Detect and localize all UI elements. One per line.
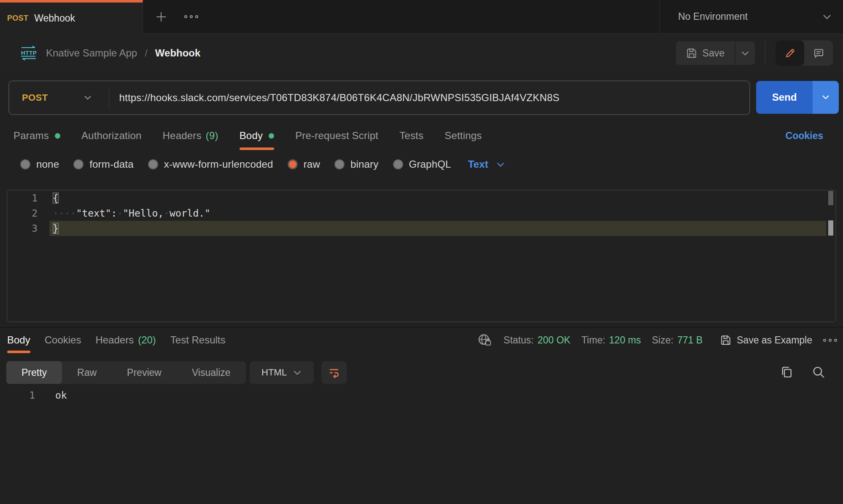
request-body-editor[interactable]: 1 { 2 ····"text":·"Hello,·world." 3 } xyxy=(7,190,836,322)
response-view-switcher: Pretty Raw Preview Visualize xyxy=(6,361,246,384)
response-text: ok xyxy=(35,388,67,403)
chevron-down-icon[interactable] xyxy=(83,95,93,101)
search-icon xyxy=(811,365,826,379)
tab-label: Settings xyxy=(444,130,482,142)
response-body[interactable]: 1 ok xyxy=(0,388,67,403)
radio-circle xyxy=(73,159,83,169)
method-selector[interactable]: POST xyxy=(9,92,48,103)
postman-app: POST Webhook No Environment HTTP Knative… xyxy=(0,0,843,504)
tab-strip xyxy=(143,0,659,34)
request-tabs: Params Authorization Headers (9) Body Pr… xyxy=(0,121,843,150)
tab-label: Params xyxy=(13,130,49,142)
request-tab-webhook[interactable]: POST Webhook xyxy=(0,0,143,34)
view-visualize[interactable]: Visualize xyxy=(177,361,246,384)
breadcrumb-collection[interactable]: Knative Sample App xyxy=(46,47,137,59)
time-value: 120 ms xyxy=(609,335,641,346)
editor-scrollbar-thumb[interactable] xyxy=(828,191,833,205)
cookies-link[interactable]: Cookies xyxy=(786,121,823,150)
response-tab-cookies[interactable]: Cookies xyxy=(45,327,81,353)
search-response-button[interactable] xyxy=(811,365,826,381)
network-info-icon[interactable] xyxy=(477,333,493,347)
response-tab-body[interactable]: Body xyxy=(7,327,30,353)
radio-label: binary xyxy=(350,158,379,170)
comment-icon xyxy=(813,48,824,59)
chevron-down-icon xyxy=(293,370,302,375)
radio-form-data[interactable]: form-data xyxy=(73,158,134,170)
response-format-selector[interactable]: HTML xyxy=(250,361,314,384)
radio-raw[interactable]: raw xyxy=(288,158,320,170)
send-button[interactable]: Send xyxy=(756,81,813,114)
radio-circle xyxy=(20,159,30,169)
editor-line: 2 ····"text":·"Hello,·world." xyxy=(8,206,835,221)
tab-label: Pre-request Script xyxy=(295,130,378,142)
tab-label: Body xyxy=(240,130,263,142)
radio-binary[interactable]: binary xyxy=(334,158,379,170)
line-code: { xyxy=(49,190,826,206)
breadcrumb-request[interactable]: Webhook xyxy=(155,47,201,59)
params-modified-dot xyxy=(55,133,60,139)
header-actions: Save xyxy=(676,40,833,66)
time-label: Time: xyxy=(582,335,606,346)
language-selector[interactable]: Text xyxy=(468,158,505,170)
comments-button[interactable] xyxy=(804,40,833,66)
size-value: 771 B xyxy=(677,335,703,346)
tab-label: Tests xyxy=(399,130,423,142)
send-button-group: Send xyxy=(756,81,839,114)
tab-headers[interactable]: Headers (9) xyxy=(163,121,218,150)
save-button[interactable]: Save xyxy=(676,41,735,65)
tab-params[interactable]: Params xyxy=(13,121,60,150)
tab-authorization[interactable]: Authorization xyxy=(81,121,142,150)
radio-none[interactable]: none xyxy=(20,158,59,170)
save-as-example-button[interactable]: Save as Example xyxy=(720,335,812,346)
radio-circle xyxy=(148,159,158,169)
response-tab-headers[interactable]: Headers (20) xyxy=(95,327,156,353)
chevron-down-icon xyxy=(496,162,505,167)
editor-line-highlighted: 3 } xyxy=(8,221,835,236)
wrap-lines-button[interactable] xyxy=(321,361,347,384)
radio-label: none xyxy=(36,158,59,170)
response-tab-test-results[interactable]: Test Results xyxy=(170,327,226,353)
tab-options-icon[interactable] xyxy=(184,15,198,18)
tab-label: Cookies xyxy=(45,334,81,346)
response-options-icon[interactable] xyxy=(823,339,837,342)
radio-x-www-form-urlencoded[interactable]: x-www-form-urlencoded xyxy=(148,158,273,170)
copy-icon xyxy=(779,365,794,379)
tab-settings[interactable]: Settings xyxy=(444,121,482,150)
breadcrumb: HTTP Knative Sample App / Webhook xyxy=(19,46,200,61)
radio-graphql[interactable]: GraphQL xyxy=(393,158,451,170)
breadcrumb-separator: / xyxy=(145,47,148,59)
radio-label: raw xyxy=(304,158,320,170)
view-raw[interactable]: Raw xyxy=(62,361,112,384)
tab-tests[interactable]: Tests xyxy=(399,121,423,150)
language-label: Text xyxy=(468,158,488,170)
line-code: } xyxy=(49,221,826,236)
radio-label: form-data xyxy=(89,158,134,170)
tab-pre-request-script[interactable]: Pre-request Script xyxy=(295,121,378,150)
tab-method-badge: POST xyxy=(7,14,28,23)
http-request-icon: HTTP xyxy=(19,46,38,61)
edit-comment-group xyxy=(776,40,833,66)
tab-body[interactable]: Body xyxy=(240,121,275,150)
size-pair: Size: 771 B xyxy=(652,335,703,346)
send-options-button[interactable] xyxy=(813,81,839,114)
active-tab-underline xyxy=(240,147,275,150)
environment-selector[interactable]: No Environment xyxy=(659,0,843,34)
chevron-down-icon xyxy=(741,51,750,56)
url-input[interactable]: https://hooks.slack.com/services/T06TD83… xyxy=(109,92,560,104)
edit-documentation-button[interactable] xyxy=(776,40,804,66)
view-pretty[interactable]: Pretty xyxy=(6,361,62,384)
format-label: HTML xyxy=(261,367,287,378)
radio-label: GraphQL xyxy=(409,158,451,170)
tab-label: Body xyxy=(7,334,30,346)
copy-response-button[interactable] xyxy=(779,365,794,381)
save-icon xyxy=(720,335,731,346)
save-options-button[interactable] xyxy=(735,41,755,65)
tab-label: Headers xyxy=(95,334,134,346)
time-pair: Time: 120 ms xyxy=(582,335,641,346)
status-pair: Status: 200 OK xyxy=(504,335,571,346)
new-tab-icon[interactable] xyxy=(155,11,167,23)
line-number: 1 xyxy=(8,190,38,206)
view-preview[interactable]: Preview xyxy=(112,361,177,384)
chevron-down-icon xyxy=(821,94,831,100)
line-code: ····"text":·"Hello,·world." xyxy=(49,206,826,221)
